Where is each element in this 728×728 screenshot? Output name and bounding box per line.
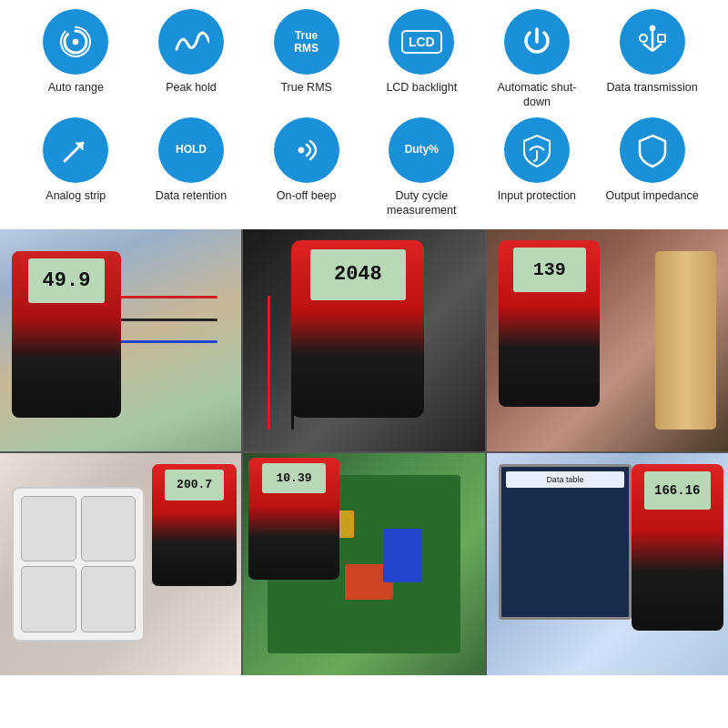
sound-svg [288, 132, 325, 168]
feature-data-transmission: Data transmission [602, 9, 703, 95]
wire-red-2 [268, 296, 270, 429]
hold-text: HOLD [176, 143, 207, 156]
feature-auto-range: Auto range [25, 9, 126, 95]
outlet-2 [81, 496, 136, 562]
multimeter-4: 200.7 [152, 464, 237, 586]
outlet-4 [81, 566, 136, 632]
svg-line-2 [643, 44, 652, 51]
meter-display-2: 2048 [310, 249, 406, 300]
feature-output-impedance: Output impedance [602, 117, 703, 203]
true-rms-icon: TrueRMS [274, 9, 339, 75]
wave-svg [173, 24, 209, 60]
monitor-screen: Data table [506, 471, 624, 488]
features-section: Auto range Peak hold TrueRMS True RMS LC… [0, 0, 728, 229]
photo-cell-5: 10.39 [243, 453, 484, 675]
photo-grid: 49.9 2048 139 [0, 229, 728, 675]
analog-strip-icon [43, 117, 108, 183]
power-icon [504, 9, 570, 75]
analog-strip-label: Analog strip [46, 188, 106, 203]
multimeter-1: 49.9 [12, 251, 120, 418]
outlet-1 [21, 496, 76, 562]
arrow-svg [57, 132, 94, 168]
true-rms-label: True RMS [280, 80, 332, 95]
multimeter-3: 139 [499, 240, 600, 407]
input-protection-label: Input protection [498, 188, 576, 203]
photos-section: 49.9 2048 139 [0, 229, 728, 675]
photo-cell-2: 2048 [243, 229, 484, 451]
usb-icon [620, 9, 685, 75]
feature-peak-hold: Peak hold [141, 9, 241, 95]
pipe-1 [655, 251, 715, 429]
peak-hold-label: Peak hold [166, 80, 217, 95]
data-retention-label: Data retention [156, 188, 228, 203]
svg-point-6 [650, 25, 655, 31]
multimeter-6: 166.16 [632, 464, 723, 631]
data-transmission-label: Data transmission [607, 80, 698, 95]
svg-point-0 [73, 39, 78, 45]
shield2-icon [620, 117, 685, 183]
spiral-svg [57, 24, 94, 60]
features-row-1: Auto range Peak hold TrueRMS True RMS LC… [18, 9, 710, 110]
output-impedance-label: Output impedance [606, 188, 699, 203]
auto-range-label: Auto range [48, 80, 104, 95]
feature-onoff-beep: On-off beep [257, 117, 357, 203]
duty-cycle-label: Duty cycle measurement [371, 188, 471, 218]
shield-icon [504, 117, 570, 183]
power-strip [12, 487, 145, 642]
meter-display-6: 166.16 [644, 471, 711, 510]
svg-point-8 [298, 147, 304, 153]
auto-range-icon [43, 9, 108, 75]
onoff-beep-label: On-off beep [277, 188, 337, 203]
feature-data-retention: HOLD Data retention [141, 117, 241, 203]
power-strip-grid [14, 489, 143, 641]
shield-svg [519, 132, 555, 168]
photo-cell-3: 139 [487, 229, 728, 451]
hold-icon: HOLD [158, 117, 224, 183]
usb-svg [634, 24, 671, 60]
multimeter-5: 10.39 [248, 458, 340, 580]
feature-true-rms: TrueRMS True RMS [257, 9, 357, 95]
photo-cell-4: 200.7 [0, 453, 241, 675]
outlet-3 [21, 566, 76, 632]
feature-auto-shutdown: Automatic shut-down [487, 9, 587, 110]
feature-input-protection: Input protection [487, 117, 587, 203]
true-rms-text: TrueRMS [294, 29, 318, 56]
features-row-2: Analog strip HOLD Data retention On-off … [18, 117, 710, 218]
svg-rect-5 [658, 35, 665, 42]
meter-display-4: 200.7 [165, 470, 224, 500]
peak-hold-icon [158, 9, 224, 75]
feature-duty-cycle: Duty% Duty cycle measurement [371, 117, 471, 218]
feature-analog-strip: Analog strip [25, 117, 126, 203]
feature-lcd-backlight: LCD LCD backlight [371, 9, 471, 95]
meter-display-1: 49.9 [28, 258, 105, 303]
svg-line-3 [652, 44, 662, 51]
lcd-icon: LCD [389, 9, 454, 75]
monitor: Data table [499, 464, 632, 620]
duty-text: Duty% [405, 143, 439, 156]
meter-display-5: 10.39 [262, 463, 327, 493]
component-3 [383, 529, 421, 582]
svg-point-4 [640, 35, 647, 42]
power-svg [519, 24, 555, 60]
meter-display-3: 139 [513, 248, 586, 292]
photo-cell-1: 49.9 [0, 229, 241, 451]
multimeter-2: 2048 [291, 240, 424, 418]
lcd-text: LCD [401, 30, 442, 54]
duty-icon: Duty% [389, 117, 454, 183]
lcd-label: LCD backlight [386, 80, 457, 95]
auto-shutdown-label: Automatic shut-down [487, 80, 587, 110]
sound-icon [274, 117, 339, 183]
shield2-svg [634, 132, 671, 168]
photo-cell-6: Data table 166.16 [487, 453, 728, 675]
